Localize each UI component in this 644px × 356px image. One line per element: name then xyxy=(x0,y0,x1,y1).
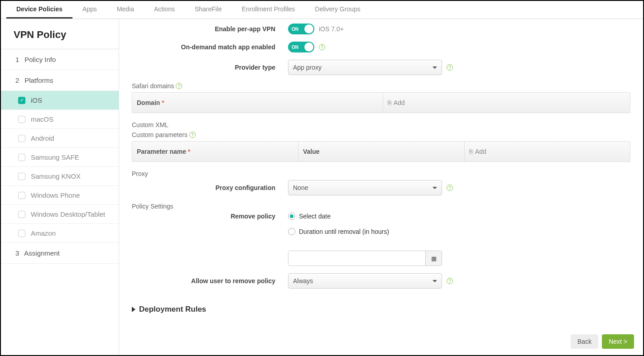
step-3-number: 3 xyxy=(15,249,23,257)
step-platforms[interactable]: 2 Platforms xyxy=(1,70,119,91)
page-title: VPN Policy xyxy=(1,19,119,49)
add-domain-button[interactable]: ⎘ Add xyxy=(383,93,630,113)
tab-device-policies[interactable]: Device Policies xyxy=(6,1,72,19)
help-icon[interactable]: ? xyxy=(176,83,182,89)
checkbox-samsung-knox[interactable] xyxy=(18,173,25,180)
back-button[interactable]: Back xyxy=(571,334,598,349)
help-icon[interactable]: ? xyxy=(319,44,325,50)
add-domain-label: Add xyxy=(394,99,405,106)
dropdown-proxy-config-value: None xyxy=(293,184,308,191)
calendar-button[interactable]: ▦ xyxy=(425,251,442,266)
tab-sharefile[interactable]: ShareFile xyxy=(185,1,232,19)
dropdown-allow-remove-value: Always xyxy=(293,277,313,285)
tab-enrollment-profiles[interactable]: Enrollment Profiles xyxy=(232,1,305,19)
checkbox-windows-desktop[interactable] xyxy=(18,211,25,218)
section-custom-parameters-label: Custom parameters xyxy=(132,131,187,138)
platform-samsung-safe-label: Samsung SAFE xyxy=(31,153,79,161)
platform-macos-label: macOS xyxy=(31,115,53,123)
checkbox-android[interactable] xyxy=(18,135,25,142)
top-tabs: Device Policies Apps Media Actions Share… xyxy=(1,1,643,19)
add-param-button[interactable]: ⎘ Add xyxy=(465,142,630,161)
dropdown-allow-remove[interactable]: Always xyxy=(288,273,442,289)
tab-apps[interactable]: Apps xyxy=(72,1,107,19)
help-icon[interactable]: ? xyxy=(447,185,453,191)
date-input[interactable] xyxy=(288,251,425,266)
checkbox-ios[interactable]: ✓ xyxy=(18,97,25,104)
chevron-down-icon xyxy=(433,187,437,189)
platform-android-label: Android xyxy=(31,134,54,142)
col-param-name-label: Parameter name xyxy=(137,148,186,155)
add-icon: ⎘ xyxy=(469,148,473,155)
checkbox-windows-phone[interactable] xyxy=(18,192,25,199)
platform-samsung-knox-label: Samsung KNOX xyxy=(31,172,81,180)
help-icon[interactable]: ? xyxy=(189,132,196,138)
toggle-per-app-vpn[interactable]: ON xyxy=(288,24,314,34)
platform-macos[interactable]: macOS xyxy=(1,110,119,129)
help-icon[interactable]: ? xyxy=(447,278,453,284)
step-2-label: Platforms xyxy=(24,76,53,84)
checkbox-amazon[interactable] xyxy=(18,230,25,237)
radio-duration[interactable] xyxy=(288,228,295,235)
table-custom-params: Parameter name * Value ⎘ Add xyxy=(132,141,630,162)
checkbox-samsung-safe[interactable] xyxy=(18,154,25,161)
dropdown-provider-type-value: App proxy xyxy=(293,64,322,71)
step-1-number: 1 xyxy=(15,56,23,63)
section-safari-domains: Safari domains ? xyxy=(132,82,630,90)
section-custom-parameters: Custom parameters ? xyxy=(132,131,630,138)
chevron-down-icon xyxy=(433,280,437,282)
deployment-rules-toggle[interactable]: Deployment Rules xyxy=(132,305,630,314)
tab-delivery-groups[interactable]: Delivery Groups xyxy=(305,1,370,19)
col-param-name: Parameter name * xyxy=(132,142,298,161)
checkbox-macos[interactable] xyxy=(18,116,25,123)
chevron-down-icon xyxy=(433,66,437,69)
col-value: Value xyxy=(298,142,465,161)
platform-windows-phone-label: Windows Phone xyxy=(31,191,80,199)
radio-select-date-label: Select date xyxy=(299,213,331,220)
label-provider-type: Provider type xyxy=(132,64,288,71)
add-param-label: Add xyxy=(475,148,486,155)
label-allow-remove: Allow user to remove policy xyxy=(132,277,288,285)
platform-android[interactable]: Android xyxy=(1,129,119,148)
toggle-on-demand[interactable]: ON xyxy=(288,42,314,52)
section-proxy: Proxy xyxy=(132,170,630,177)
platform-samsung-safe[interactable]: Samsung SAFE xyxy=(1,148,119,167)
calendar-icon: ▦ xyxy=(431,255,437,262)
help-icon[interactable]: ? xyxy=(447,64,453,71)
platform-windows-desktop[interactable]: Windows Desktop/Tablet xyxy=(1,205,119,224)
content-panel: Enable per-app VPN ON iOS 7.0+ On-demand… xyxy=(119,19,643,355)
step-assignment[interactable]: 3 Assignment xyxy=(1,243,119,264)
tab-actions[interactable]: Actions xyxy=(144,1,185,19)
table-safari-domains: Domain * ⎘ Add xyxy=(132,92,630,113)
label-on-demand: On-demand match app enabled xyxy=(132,43,288,51)
platform-amazon-label: Amazon xyxy=(31,229,56,237)
deployment-rules-label: Deployment Rules xyxy=(139,305,206,314)
sidebar: VPN Policy 1 Policy Info 2 Platforms ✓ i… xyxy=(1,19,119,355)
platform-ios-label: iOS xyxy=(31,96,42,104)
tab-media[interactable]: Media xyxy=(107,1,144,19)
triangle-right-icon xyxy=(132,307,135,312)
toggle-knob xyxy=(304,43,313,52)
date-input-wrap: ▦ xyxy=(288,251,442,266)
next-button[interactable]: Next > xyxy=(602,334,634,349)
platform-windows-phone[interactable]: Windows Phone xyxy=(1,186,119,205)
step-3-label: Assignment xyxy=(24,249,59,257)
col-domain-label: Domain xyxy=(137,99,160,106)
radio-select-date[interactable] xyxy=(288,213,295,220)
dropdown-provider-type[interactable]: App proxy xyxy=(288,60,442,75)
toggle-per-app-vpn-state: ON xyxy=(292,27,298,32)
col-domain: Domain * xyxy=(132,93,383,113)
radio-duration-label: Duration until removal (in hours) xyxy=(299,228,389,235)
label-proxy-config: Proxy configuration xyxy=(132,184,288,191)
dropdown-proxy-config[interactable]: None xyxy=(288,180,442,195)
platform-amazon[interactable]: Amazon xyxy=(1,224,119,243)
platform-ios[interactable]: ✓ iOS xyxy=(1,91,119,110)
label-remove-policy: Remove policy xyxy=(132,213,288,220)
section-policy-settings: Policy Settings xyxy=(132,203,630,210)
step-2-number: 2 xyxy=(15,76,23,84)
step-policy-info[interactable]: 1 Policy Info xyxy=(1,49,119,70)
section-safari-domains-label: Safari domains xyxy=(132,82,174,90)
step-1-label: Policy Info xyxy=(24,56,56,63)
hint-per-app-vpn: iOS 7.0+ xyxy=(319,25,344,33)
toggle-knob xyxy=(304,24,313,33)
platform-samsung-knox[interactable]: Samsung KNOX xyxy=(1,167,119,186)
